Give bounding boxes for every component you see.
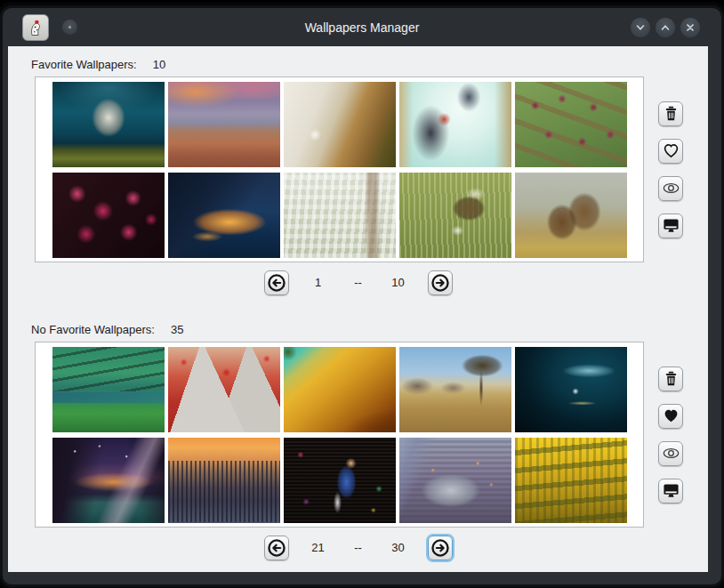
- favorites-count: 10: [153, 58, 165, 71]
- app-icon: [26, 18, 45, 37]
- favorites-label: Favorite Wallpapers:: [31, 58, 137, 71]
- delete-button[interactable]: [658, 101, 683, 126]
- page-start: 21: [308, 541, 329, 554]
- chevron-up-icon: [659, 21, 672, 34]
- close-icon: [684, 21, 696, 34]
- non-favorites-section-header: No Favorite Wallpapers: 35: [31, 323, 708, 336]
- titlebar: Wallpapers Manager: [3, 8, 721, 46]
- non-favorites-wallpaper-grid: [35, 342, 644, 528]
- wallpaper-thumbnail[interactable]: [52, 173, 165, 258]
- next-page-button[interactable]: [428, 536, 453, 560]
- prev-page-button[interactable]: [264, 536, 289, 560]
- arrow-left-circle-icon: [267, 538, 286, 558]
- window-controls: [631, 18, 700, 37]
- trash-icon: [664, 106, 679, 121]
- minimize-button[interactable]: [631, 18, 650, 37]
- wallpaper-thumbnail[interactable]: [284, 82, 396, 167]
- favorites-actions: [658, 77, 683, 262]
- maximize-button[interactable]: [656, 18, 675, 37]
- app-window: Wallpapers Manager Favorite Wallpapers: …: [3, 8, 721, 584]
- non-favorites-count: 35: [171, 323, 183, 336]
- app-menu-button[interactable]: [22, 14, 49, 41]
- set-wallpaper-button[interactable]: [658, 213, 683, 238]
- wallpaper-thumbnail[interactable]: [168, 173, 280, 258]
- wallpaper-thumbnail[interactable]: [52, 82, 165, 167]
- arrow-right-circle-icon: [430, 538, 450, 558]
- wallpaper-thumbnail[interactable]: [168, 438, 280, 523]
- titlebar-pin-button[interactable]: [62, 20, 77, 35]
- preview-button[interactable]: [658, 441, 683, 466]
- unfavorite-button[interactable]: [658, 139, 683, 164]
- wallpaper-thumbnail[interactable]: [168, 82, 280, 167]
- wallpaper-thumbnail[interactable]: [399, 438, 511, 523]
- favorite-button[interactable]: [658, 404, 683, 429]
- arrow-left-circle-icon: [267, 273, 286, 293]
- non-favorites-actions: [658, 342, 683, 528]
- trash-icon: [664, 371, 679, 386]
- page-start: 1: [308, 276, 329, 289]
- wallpaper-thumbnail[interactable]: [399, 347, 511, 432]
- next-page-button[interactable]: [428, 270, 453, 295]
- wallpaper-thumbnail[interactable]: [399, 82, 511, 167]
- arrow-right-circle-icon: [430, 273, 450, 293]
- preview-button[interactable]: [658, 176, 683, 201]
- page-separator: --: [348, 276, 369, 289]
- wallpaper-thumbnail[interactable]: [284, 438, 396, 523]
- set-wallpaper-button[interactable]: [658, 479, 683, 503]
- wallpaper-thumbnail[interactable]: [515, 347, 627, 432]
- close-button[interactable]: [680, 18, 700, 37]
- wallpaper-thumbnail[interactable]: [399, 173, 511, 258]
- eye-icon: [662, 179, 680, 197]
- main-content: Favorite Wallpapers: 10: [8, 46, 708, 572]
- delete-button[interactable]: [658, 366, 683, 391]
- wallpaper-thumbnail[interactable]: [515, 438, 627, 523]
- prev-page-button[interactable]: [264, 270, 289, 295]
- favorites-pager: 1 -- 10: [8, 270, 708, 295]
- wallpaper-thumbnail[interactable]: [515, 173, 627, 258]
- favorites-wallpaper-grid: [35, 77, 644, 262]
- wallpaper-thumbnail[interactable]: [52, 347, 165, 432]
- heart-filled-icon: [663, 407, 680, 424]
- page-separator: --: [348, 541, 369, 554]
- wallpaper-thumbnail[interactable]: [515, 82, 627, 167]
- page-end: 30: [388, 541, 409, 554]
- favorites-section-header: Favorite Wallpapers: 10: [31, 58, 708, 71]
- heart-outline-icon: [663, 142, 680, 159]
- chevron-down-icon: [634, 21, 647, 34]
- wallpaper-thumbnail[interactable]: [52, 438, 165, 523]
- eye-icon: [662, 444, 680, 463]
- window-title: Wallpapers Manager: [3, 20, 721, 35]
- non-favorites-pager: 21 -- 30: [8, 535, 708, 560]
- wallpaper-thumbnail[interactable]: [284, 173, 396, 258]
- wallpaper-thumbnail[interactable]: [168, 347, 280, 432]
- non-favorites-label: No Favorite Wallpapers:: [31, 323, 155, 336]
- wallpaper-thumbnail[interactable]: [284, 347, 396, 432]
- page-end: 10: [388, 276, 409, 289]
- monitor-icon: [663, 217, 680, 234]
- monitor-icon: [663, 482, 680, 499]
